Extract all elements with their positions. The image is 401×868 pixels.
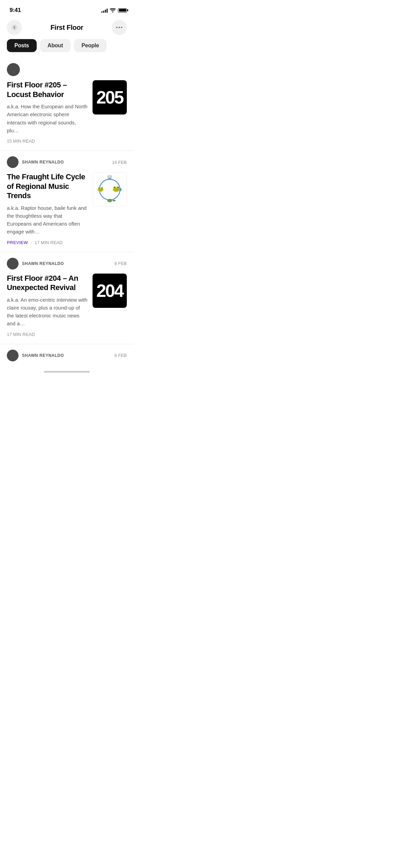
post-content: First Floor #205 – Locust Behavior a.k.a… (7, 80, 127, 144)
svg-text:🐸: 🐸 (112, 185, 120, 193)
list-item[interactable]: First Floor #205 – Locust Behavior a.k.a… (0, 58, 134, 151)
author-info: SHAWN REYNALDO (7, 350, 64, 361)
post-meta: SHAWN REYNALDO 6 FEB (7, 350, 127, 361)
dot-icon (116, 27, 118, 28)
post-title: First Floor #204 – An Unexpected Revival (7, 274, 88, 292)
post-excerpt: a.k.a. Raptor house, baile funk and the … (7, 204, 88, 236)
author-info: SHAWN REYNALDO (7, 258, 64, 269)
post-excerpt: a.k.a. How the European and North Americ… (7, 103, 88, 134)
avatar (7, 350, 19, 361)
battery-icon (118, 8, 127, 13)
avatar (7, 258, 19, 269)
post-footer: PREVIEW · 17 MIN READ (7, 240, 88, 245)
post-meta: SHAWN REYNALDO 14 FEB (7, 156, 127, 168)
tab-about[interactable]: About (40, 39, 71, 52)
post-content: The Fraught Life Cycle of Regional Music… (7, 172, 127, 245)
tab-people[interactable]: People (74, 39, 107, 52)
header: First Floor (0, 17, 134, 39)
svg-point-11 (110, 178, 111, 179)
svg-point-9 (110, 176, 112, 177)
svg-text:🐸: 🐸 (97, 186, 104, 192)
avatar-row (7, 63, 127, 76)
preview-label: PREVIEW (7, 240, 28, 245)
status-icons (101, 8, 127, 13)
list-item[interactable]: SHAWN REYNALDO 6 FEB (0, 344, 134, 368)
signal-icon (101, 8, 108, 13)
post-thumbnail: 🐸 🐸 (93, 172, 127, 206)
svg-point-10 (108, 178, 110, 179)
home-indicator (0, 368, 134, 374)
read-time: 15 MIN READ (7, 138, 35, 144)
back-arrow-icon (11, 24, 18, 31)
author-info: SHAWN REYNALDO (7, 156, 64, 168)
post-excerpt: a.k.a. An emo-centric interview with cla… (7, 296, 88, 328)
posts-list: First Floor #205 – Locust Behavior a.k.a… (0, 58, 134, 368)
post-date: 14 FEB (112, 160, 127, 165)
post-title: The Fraught Life Cycle of Regional Music… (7, 172, 88, 201)
svg-point-0 (112, 12, 113, 12)
lifecycle-icon: 🐸 🐸 (94, 173, 126, 206)
post-meta: SHAWN REYNALDO 8 FEB (7, 258, 127, 269)
svg-point-13 (107, 199, 112, 202)
avatar (7, 63, 20, 76)
post-text-block: First Floor #205 – Locust Behavior a.k.a… (7, 80, 88, 144)
read-time: 17 MIN READ (35, 240, 63, 245)
status-time: 9:41 (10, 7, 21, 14)
back-button[interactable] (7, 20, 22, 35)
more-options-button[interactable] (112, 20, 127, 35)
tab-posts[interactable]: Posts (7, 39, 37, 52)
issue-number: 204 (96, 282, 123, 300)
post-date: 6 FEB (114, 353, 127, 358)
status-bar: 9:41 (0, 0, 134, 17)
post-content: First Floor #204 – An Unexpected Revival… (7, 274, 127, 337)
svg-point-1 (11, 24, 17, 31)
svg-point-8 (108, 176, 109, 177)
issue-number: 205 (96, 88, 123, 106)
post-text-block: First Floor #204 – An Unexpected Revival… (7, 274, 88, 337)
list-item[interactable]: SHAWN REYNALDO 14 FEB The Fraught Life C… (0, 151, 134, 252)
post-date: 8 FEB (114, 261, 127, 266)
author-name: SHAWN REYNALDO (22, 261, 64, 266)
avatar (7, 156, 19, 168)
dot-icon (121, 27, 122, 28)
post-title: First Floor #205 – Locust Behavior (7, 80, 88, 99)
post-footer: 17 MIN READ (7, 332, 88, 337)
separator: · (31, 240, 32, 245)
home-bar (44, 371, 90, 373)
wifi-icon (110, 8, 116, 13)
post-thumbnail: 204 (93, 274, 127, 308)
author-name: SHAWN REYNALDO (22, 160, 64, 165)
post-thumbnail: 205 (93, 80, 127, 114)
dot-icon (119, 27, 120, 28)
post-footer: 15 MIN READ (7, 138, 88, 144)
read-time: 17 MIN READ (7, 332, 35, 337)
page-title: First Floor (50, 24, 83, 32)
list-item[interactable]: SHAWN REYNALDO 8 FEB First Floor #204 – … (0, 252, 134, 344)
author-name: SHAWN REYNALDO (22, 353, 64, 358)
tab-bar: Posts About People (0, 39, 134, 58)
post-text-block: The Fraught Life Cycle of Regional Music… (7, 172, 88, 245)
